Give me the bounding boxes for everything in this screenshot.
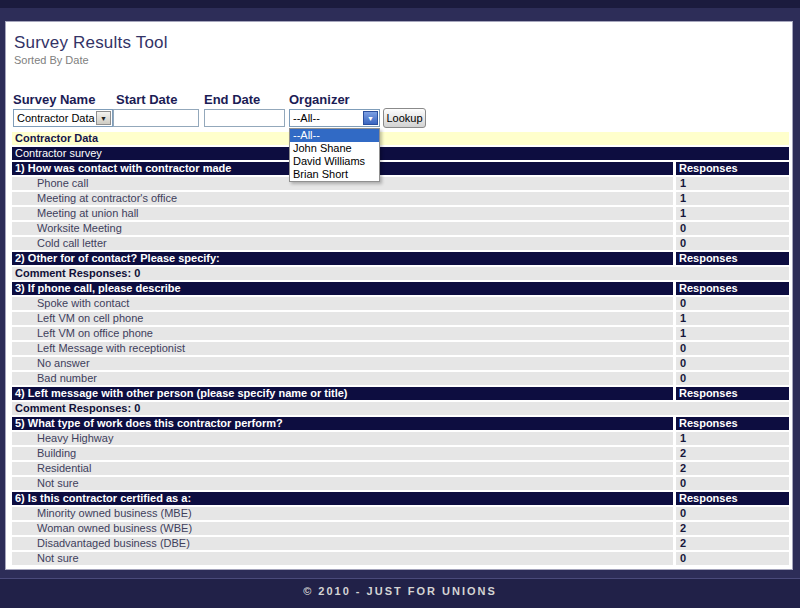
start-date-input[interactable]: [113, 109, 199, 127]
table-row-comment: Comment Responses: 0: [12, 402, 789, 415]
response-count: 2: [676, 462, 789, 475]
table-row-answer: Left VM on cell phone1: [12, 312, 789, 325]
table-row-answer: Building2: [12, 447, 789, 460]
table-row-answer: Residential2: [12, 462, 789, 475]
question-text: 4) Left message with other person (pleas…: [12, 387, 673, 400]
answer-text: Bad number: [12, 372, 673, 385]
survey-name-label: Survey Name: [13, 92, 95, 107]
response-count: 2: [676, 447, 789, 460]
answer-text: Left Message with receptionist: [12, 342, 673, 355]
answer-text: Spoke with contact: [12, 297, 673, 310]
answer-text: Not sure: [12, 477, 673, 490]
table-row-question: 1) How was contact with contractor madeR…: [12, 162, 789, 175]
question-text: 3) If phone call, please describe: [12, 282, 673, 295]
responses-column-header: Responses: [676, 282, 789, 295]
survey-name-text: Contractor survey: [12, 147, 789, 160]
table-row-question: 6) Is this contractor certified as a:Res…: [12, 492, 789, 505]
page-title: Survey Results Tool: [14, 33, 168, 53]
organizer-option[interactable]: John Shane: [290, 142, 379, 155]
answer-text: Heavy Highway: [12, 432, 673, 445]
answer-text: Residential: [12, 462, 673, 475]
table-row-answer: Left VM on office phone1: [12, 327, 789, 340]
table-row-answer: Bad number0: [12, 372, 789, 385]
start-date-label: Start Date: [116, 92, 177, 107]
footer-bar: © 2010 - JUST FOR UNIONS: [0, 578, 800, 608]
table-row-answer: Meeting at union hall1: [12, 207, 789, 220]
table-row-answer: Cold call letter0: [12, 237, 789, 250]
responses-column-header: Responses: [676, 417, 789, 430]
table-row-answer: Meeting at contractor's office1: [12, 192, 789, 205]
table-row-answer: Heavy Highway1: [12, 432, 789, 445]
chevron-down-icon[interactable]: ▼: [96, 111, 111, 125]
comment-responses-text: Comment Responses: 0: [12, 267, 789, 280]
question-text: 6) Is this contractor certified as a:: [12, 492, 673, 505]
end-date-input[interactable]: [204, 109, 285, 127]
answer-text: Woman owned business (WBE): [12, 522, 673, 535]
question-text: 5) What type of work does this contracto…: [12, 417, 673, 430]
table-row-survey-title: Contractor Data: [12, 132, 789, 145]
survey-title-text: Contractor Data: [12, 132, 789, 145]
response-count: 0: [676, 477, 789, 490]
answer-text: Meeting at union hall: [12, 207, 673, 220]
answer-text: Cold call letter: [12, 237, 673, 250]
response-count: 0: [676, 552, 789, 565]
answer-text: Worksite Meeting: [12, 222, 673, 235]
table-row-survey-name: Contractor survey: [12, 147, 789, 160]
top-strip: [0, 0, 800, 8]
response-count: 0: [676, 372, 789, 385]
answer-text: No answer: [12, 357, 673, 370]
response-count: 0: [676, 297, 789, 310]
survey-name-select[interactable]: Contractor Data ▼: [13, 109, 113, 127]
organizer-select[interactable]: --All-- ▼: [289, 109, 380, 127]
end-date-label: End Date: [204, 92, 260, 107]
table-row-question: 3) If phone call, please describeRespons…: [12, 282, 789, 295]
organizer-label: Organizer: [289, 92, 350, 107]
response-count: 1: [676, 432, 789, 445]
copyright-text: © 2010 - JUST FOR UNIONS: [303, 585, 497, 597]
answer-text: Left VM on cell phone: [12, 312, 673, 325]
response-count: 1: [676, 177, 789, 190]
chevron-down-icon[interactable]: ▼: [363, 111, 378, 125]
comment-responses-text: Comment Responses: 0: [12, 402, 789, 415]
table-row-answer: Not sure0: [12, 552, 789, 565]
table-row-answer: Spoke with contact0: [12, 297, 789, 310]
answer-text: Minority owned business (MBE): [12, 507, 673, 520]
results-table: Contractor DataContractor survey1) How w…: [9, 130, 792, 567]
responses-column-header: Responses: [676, 387, 789, 400]
organizer-selected-value: --All--: [293, 112, 362, 124]
table-row-answer: Not sure0: [12, 477, 789, 490]
table-row-answer: No answer0: [12, 357, 789, 370]
table-row-answer: Worksite Meeting0: [12, 222, 789, 235]
table-row-answer: Phone call1: [12, 177, 789, 190]
answer-text: Building: [12, 447, 673, 460]
organizer-option[interactable]: Brian Short: [290, 168, 379, 181]
table-row-answer: Minority owned business (MBE)0: [12, 507, 789, 520]
answer-text: Disadvantaged business (DBE): [12, 537, 673, 550]
response-count: 1: [676, 312, 789, 325]
organizer-dropdown-list: --All--John ShaneDavid WilliamsBrian Sho…: [289, 128, 380, 182]
response-count: 0: [676, 357, 789, 370]
table-row-answer: Left Message with receptionist0: [12, 342, 789, 355]
table-row-answer: Woman owned business (WBE)2: [12, 522, 789, 535]
table-row-comment: Comment Responses: 0: [12, 267, 789, 280]
response-count: 0: [676, 237, 789, 250]
table-row-answer: Disadvantaged business (DBE)2: [12, 537, 789, 550]
response-count: 1: [676, 327, 789, 340]
table-row-question: 4) Left message with other person (pleas…: [12, 387, 789, 400]
lookup-button[interactable]: Lookup: [383, 108, 426, 128]
content-panel: Survey Results Tool Sorted By Date Surve…: [5, 21, 793, 570]
table-row-question: 5) What type of work does this contracto…: [12, 417, 789, 430]
organizer-option[interactable]: David Williams: [290, 155, 379, 168]
organizer-option[interactable]: --All--: [290, 129, 379, 142]
answer-text: Not sure: [12, 552, 673, 565]
response-count: 0: [676, 342, 789, 355]
question-text: 2) Other for of contact? Please specify:: [12, 252, 673, 265]
responses-column-header: Responses: [676, 252, 789, 265]
response-count: 1: [676, 207, 789, 220]
response-count: 0: [676, 507, 789, 520]
responses-column-header: Responses: [676, 492, 789, 505]
table-row-question: 2) Other for of contact? Please specify:…: [12, 252, 789, 265]
page-subtitle: Sorted By Date: [14, 54, 89, 66]
response-count: 1: [676, 192, 789, 205]
answer-text: Meeting at contractor's office: [12, 192, 673, 205]
